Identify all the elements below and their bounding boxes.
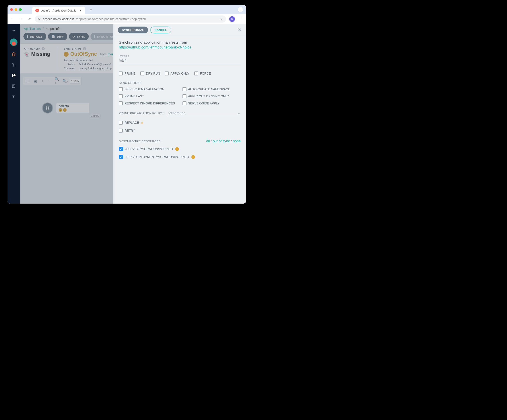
user-icon[interactable]: [11, 73, 16, 78]
browser-window: ◎ podinfo - Application Details ✕ ＋ ⌄ ← …: [7, 5, 246, 204]
sidebar-expand-icon[interactable]: →: [11, 28, 16, 33]
sidebar: →: [7, 24, 20, 204]
prune-last-checkbox[interactable]: PRUNE LAST: [119, 94, 177, 98]
minimize-window-button[interactable]: [14, 8, 17, 11]
opt-autons-label: AUTO-CREATE NAMESPACE: [188, 87, 230, 91]
window-controls: [10, 8, 22, 11]
forward-button[interactable]: →: [18, 17, 23, 21]
panel-buttons: SYNCHRONIZE CANCEL: [118, 27, 171, 33]
prune-label: PRUNE: [125, 72, 135, 75]
tab-favicon: ◎: [35, 9, 39, 12]
flags-row: PRUNE DRY RUN APPLY ONLY FORCE: [119, 71, 241, 75]
tabs-dropdown-button[interactable]: ⌄: [238, 7, 243, 12]
skip-schema-checkbox[interactable]: SKIP SCHEMA VALIDATION: [119, 87, 177, 91]
out-of-sync-only-checkbox[interactable]: APPLY OUT OF SYNC ONLY: [183, 94, 241, 98]
resource-item-service[interactable]: ✓ /SERVICE/MIGRATION/PODINFO ↑: [119, 147, 241, 151]
opt-respect-label: RESPECT IGNORE DIFFERENCES: [125, 102, 175, 105]
cancel-button[interactable]: CANCEL: [150, 27, 171, 33]
checked-icon[interactable]: ✓: [119, 155, 123, 159]
opt-oos-label: APPLY OUT OF SYNC ONLY: [188, 94, 229, 98]
profile-button[interactable]: D: [229, 16, 235, 22]
panel-body: Synchronizing application manifests from…: [113, 36, 246, 163]
prune-policy-select[interactable]: foreground ⌄: [168, 110, 241, 116]
dryrun-label: DRY RUN: [146, 72, 160, 75]
synchronize-button[interactable]: SYNCHRONIZE: [118, 27, 148, 33]
prune-policy-label: PRUNE PROPAGATION POLICY:: [119, 112, 164, 115]
resource-path: /SERVICE/MIGRATION/PODINFO: [126, 147, 173, 151]
revision-input[interactable]: [119, 57, 241, 64]
resource-item-deployment[interactable]: ✓ APPS/DEPLOYMENT/MIGRATION/PODINFO ↑: [119, 155, 241, 159]
respect-ignore-checkbox[interactable]: RESPECT IGNORE DIFFERENCES: [119, 101, 177, 105]
select-oos-link[interactable]: out of sync: [213, 139, 230, 143]
new-tab-button[interactable]: ＋: [87, 7, 95, 12]
address-bar: ← → ⟳ ⚙ argocd.holos.localhost/applicati…: [7, 14, 246, 24]
tab-title: podinfo - Application Details: [41, 9, 76, 12]
site-settings-icon[interactable]: ⚙: [38, 17, 41, 21]
retry-checkbox[interactable]: RETRY: [119, 128, 241, 133]
applyonly-label: APPLY ONLY: [170, 72, 189, 75]
checked-icon[interactable]: ✓: [119, 147, 123, 151]
force-checkbox[interactable]: FORCE: [194, 71, 211, 75]
select-all-link[interactable]: all: [206, 139, 210, 143]
opt-ssa-label: SERVER-SIDE APPLY: [188, 102, 220, 105]
revision-label: Revision: [119, 54, 241, 57]
back-button[interactable]: ←: [10, 17, 15, 21]
sync-description: Synchronizing application manifests from: [119, 40, 241, 45]
repo-link[interactable]: https://github.com/jeffmccune/bank-of-ho…: [119, 45, 241, 50]
sync-resources-label: SYNCHRONIZE RESOURCES:: [119, 140, 162, 143]
url-field[interactable]: ⚙ argocd.holos.localhost/applications/ar…: [35, 15, 226, 22]
opt-prunelast-label: PRUNE LAST: [125, 94, 144, 98]
tab-close-icon[interactable]: ✕: [79, 9, 82, 12]
prune-checkbox[interactable]: PRUNE: [119, 71, 135, 75]
opt-skip-label: SKIP SCHEMA VALIDATION: [125, 87, 164, 91]
prune-policy-value: foreground: [168, 111, 185, 115]
svg-point-0: [13, 64, 14, 65]
prune-policy-row: PRUNE PROPAGATION POLICY: foreground ⌄: [119, 110, 241, 116]
close-panel-icon[interactable]: ✕: [238, 27, 242, 33]
applications-icon[interactable]: [11, 52, 16, 57]
sync-options-grid: SKIP SCHEMA VALIDATION AUTO-CREATE NAMES…: [119, 87, 241, 105]
browser-menu-icon[interactable]: ⋮: [238, 17, 244, 21]
sync-panel: SYNCHRONIZE CANCEL ✕ Synchronizing appli…: [113, 24, 246, 204]
chevron-down-icon: ⌄: [238, 111, 240, 115]
outofsync-icon: ↑: [175, 147, 179, 151]
resource-path: APPS/DEPLOYMENT/MIGRATION/PODINFO: [126, 155, 189, 159]
docs-icon[interactable]: [11, 84, 16, 88]
dryrun-checkbox[interactable]: DRY RUN: [140, 71, 160, 75]
maximize-window-button[interactable]: [19, 8, 22, 11]
argo-logo-icon[interactable]: [10, 38, 17, 46]
url-path: /applications/argocd/podinfo?view=tree&d…: [76, 17, 146, 21]
reload-button[interactable]: ⟳: [27, 17, 32, 21]
settings-icon[interactable]: [11, 62, 16, 67]
warning-icon: ⚠: [141, 121, 144, 124]
sync-options-heading: SYNC OPTIONS: [119, 81, 241, 85]
close-window-button[interactable]: [10, 8, 13, 11]
server-side-apply-checkbox[interactable]: SERVER-SIDE APPLY: [183, 101, 241, 105]
bookmark-icon[interactable]: ☆: [220, 17, 223, 21]
force-label: FORCE: [200, 72, 211, 75]
select-none-link[interactable]: none: [233, 139, 241, 143]
revision-field: Revision: [119, 54, 241, 64]
url-host: argocd.holos.localhost: [43, 17, 74, 21]
svg-point-2: [13, 74, 14, 75]
replace-checkbox[interactable]: REPLACE ⚠: [119, 121, 241, 125]
replace-label: REPLACE: [125, 121, 139, 124]
auto-namespace-checkbox[interactable]: AUTO-CREATE NAMESPACE: [183, 87, 241, 91]
outofsync-icon: ↑: [191, 155, 195, 159]
applyonly-checkbox[interactable]: APPLY ONLY: [165, 71, 189, 75]
panel-header: SYNCHRONIZE CANCEL ✕: [113, 24, 246, 36]
sync-resources-header: SYNCHRONIZE RESOURCES: all / out of sync…: [119, 139, 241, 143]
filter-icon[interactable]: [11, 94, 16, 99]
browser-tab[interactable]: ◎ podinfo - Application Details ✕: [32, 7, 85, 14]
app-area: → Applications /: [7, 24, 246, 204]
tab-bar: ◎ podinfo - Application Details ✕ ＋ ⌄: [7, 5, 246, 14]
main-content: Applications / podinfo ℹDETAILS 📄DIFF ⟳S…: [20, 24, 246, 204]
sync-resources-links: all / out of sync / none: [206, 139, 241, 143]
retry-label: RETRY: [125, 129, 135, 132]
